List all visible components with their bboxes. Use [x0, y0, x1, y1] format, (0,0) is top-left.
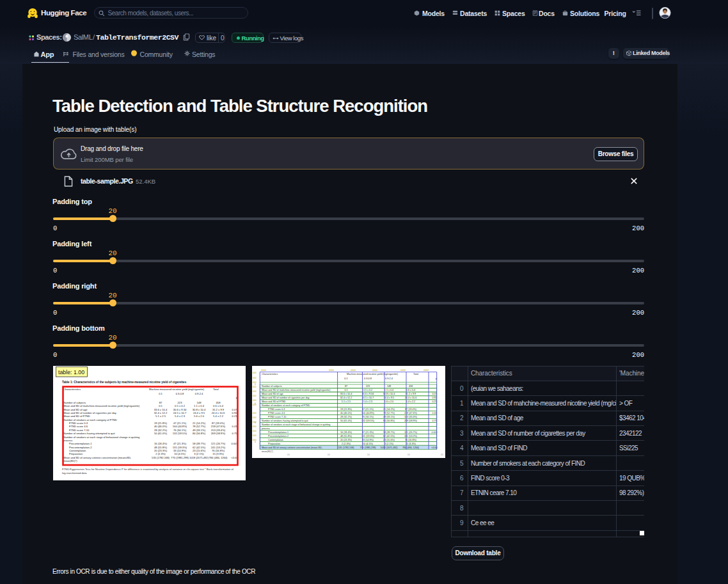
- svg-text:0.1: 0.1: [159, 392, 162, 395]
- svg-text:Precontemplation-2: Precontemplation-2: [268, 435, 289, 438]
- svg-text:5.6 ± 2.0: 5.6 ± 2.0: [194, 414, 205, 418]
- svg-text:table: 1.00: table: 1.00: [58, 369, 84, 375]
- svg-text:5.6 ± 2.0: 5.6 ± 2.0: [384, 400, 393, 403]
- svg-text:00: 00: [441, 454, 443, 456]
- svg-text:19 (21.8%): 19 (21.8%): [340, 408, 352, 411]
- svg-text:32.4 ± 12.2: 32.4 ± 12.2: [340, 397, 352, 399]
- svg-text:0000: 0000: [351, 369, 356, 372]
- svg-text:33.6 ± 10.4: 33.6 ± 10.4: [340, 393, 352, 395]
- svg-text:0.07: 0.07: [432, 393, 436, 395]
- svg-text:49 (33.1%): 49 (33.1%): [193, 429, 206, 432]
- svg-text:FTND score 0-3: FTND score 0-3: [268, 408, 285, 411]
- svg-text:00: 00: [287, 454, 290, 456]
- svg-text:0000: 0000: [423, 369, 429, 372]
- svg-text:87: 87: [345, 385, 347, 388]
- svg-text:87 (19.0%): 87 (19.0%): [405, 408, 416, 411]
- svg-text:Mean and SD of age: Mean and SD of age: [63, 408, 88, 411]
- svg-text:62 (42.5%): 62 (42.5%): [193, 446, 206, 449]
- svg-text:30.6 ± 9.34: 30.6 ± 9.34: [362, 393, 374, 395]
- svg-text:58 (39.7%): 58 (39.7%): [193, 442, 206, 445]
- svg-text:24.5 ± 10.7: 24.5 ± 10.7: [173, 411, 187, 414]
- svg-text:23 (15.6%): 23 (15.6%): [193, 449, 206, 452]
- svg-text:00: 00: [408, 454, 410, 456]
- svg-text:23 (15.6%): 23 (15.6%): [383, 439, 395, 441]
- svg-text:5.4 ± 2.3: 5.4 ± 2.3: [175, 414, 186, 418]
- svg-text:0.6 ± 0.4: 0.6 ± 0.4: [406, 389, 415, 391]
- svg-text:Total: Total: [213, 388, 219, 391]
- svg-text:0000: 0000: [372, 369, 377, 372]
- svg-text:Table 1: Characteristics of th: Table 1: Characteristics of the subjects…: [62, 381, 187, 384]
- svg-text:50 (61.0%): 50 (61.0%): [340, 420, 352, 422]
- svg-text:10 (4.5%): 10 (4.5%): [174, 452, 186, 455]
- svg-text:131 (59.3%): 131 (59.3%): [173, 446, 187, 449]
- svg-text:31.2 ± 9.9: 31.2 ± 9.9: [406, 393, 416, 395]
- svg-text:Precontemplation-2: Precontemplation-2: [69, 446, 92, 449]
- svg-text:00: 00: [367, 454, 370, 456]
- svg-text:0000: 0000: [261, 369, 266, 372]
- svg-text:33 (14.9%): 33 (14.9%): [173, 449, 187, 452]
- svg-text:76 (16.8%): 76 (16.8%): [212, 449, 225, 452]
- svg-text:Mean and SD of number of cigar: Mean and SD of number of cigarettes per …: [63, 411, 117, 414]
- svg-text:Characteristics: Characteristics: [63, 388, 81, 391]
- svg-text:33 (14.9%): 33 (14.9%): [362, 439, 374, 441]
- svg-text:50 (61.0%): 50 (61.0%): [154, 432, 168, 435]
- svg-text:0000: 0000: [329, 369, 334, 372]
- svg-text:47 (21.1%): 47 (21.1%): [362, 408, 374, 411]
- svg-text:5.1 ± 2.5: 5.1 ± 2.5: [155, 414, 166, 418]
- svg-text:Mean and SD of urinary cotinin: Mean and SD of urinary cotinine concentr…: [262, 446, 322, 449]
- svg-text:000: 000: [253, 399, 257, 402]
- svg-text:5.4 ± 2.3: 5.4 ± 2.3: [363, 400, 372, 403]
- svg-text:0.92: 0.92: [232, 411, 238, 414]
- svg-text:33.6 ± 10.4: 33.6 ± 10.4: [154, 408, 168, 411]
- svg-text:24.4 ± 10.6: 24.4 ± 10.6: [212, 411, 225, 414]
- svg-text:2 (2.3%): 2 (2.3%): [342, 443, 351, 445]
- svg-text:Mean and SD of FTND: Mean and SD of FTND: [63, 414, 90, 418]
- svg-text:1018 (2071,492): 1018 (2071,492): [189, 456, 209, 459]
- svg-text:000: 000: [253, 412, 257, 414]
- svg-text:87: 87: [159, 401, 162, 404]
- svg-text:30.8 ± 10.4: 30.8 ± 10.4: [383, 393, 395, 395]
- svg-text:132 (59.5%): 132 (59.5%): [173, 432, 187, 435]
- svg-text:100 (44.8%): 100 (44.8%): [361, 412, 374, 414]
- svg-text:153 (33.4%): 153 (33.4%): [211, 429, 226, 432]
- svg-text:0: 0: [255, 383, 256, 386]
- svg-text:Precontemplation-1: Precontemplation-1: [268, 431, 289, 434]
- svg-text:49 (33.1%): 49 (33.1%): [383, 416, 395, 418]
- svg-text:100 (44.8%): 100 (44.8%): [173, 425, 187, 428]
- svg-text:0.75: 0.75: [232, 432, 238, 435]
- svg-text:0.21: 0.21: [232, 414, 238, 418]
- svg-text:121 (26.7%): 121 (26.7%): [211, 442, 226, 445]
- svg-text:Number of smokers at each stag: Number of smokers at each stage of behav…: [63, 436, 140, 439]
- svg-text:Number of smokers at each cate: Number of smokers at each category of FT…: [262, 404, 310, 407]
- svg-text:Mean and SD of number of cigar: Mean and SD of number of cigarettes per …: [262, 397, 310, 399]
- svg-text:0.001: 0.001: [431, 431, 437, 434]
- svg-text:535 (1782,168): 535 (1782,168): [152, 456, 170, 459]
- svg-text:21 (14.2%): 21 (14.2%): [383, 408, 395, 411]
- svg-text:FTND score 4-6: FTND score 4-6: [69, 425, 88, 428]
- svg-text:000: 000: [253, 390, 257, 393]
- svg-text:Preparation: Preparation: [69, 452, 83, 455]
- svg-text:Machine-measured nicotine yiel: Machine-measured nicotine yield (mg/ciga…: [347, 373, 399, 375]
- svg-text:0.1: 0.1: [344, 389, 347, 391]
- svg-text:770 (1981,299): 770 (1981,299): [171, 456, 189, 459]
- svg-text:FTND:Fggereerien Tess for Nico: FTND:Fggereerien Tess for Nicotine Depen…: [62, 468, 234, 471]
- svg-text:0.21: 0.21: [432, 400, 436, 403]
- svg-text:19 (21.8%): 19 (21.8%): [154, 422, 168, 425]
- svg-text:Number of subjects: Number of subjects: [262, 385, 282, 388]
- svg-text:0.92: 0.92: [432, 397, 436, 399]
- svg-text:10 (4.5%): 10 (4.5%): [363, 443, 373, 445]
- svg-text:16 (18.4%): 16 (18.4%): [340, 431, 352, 434]
- svg-text:1.1 ± 0.4: 1.1 ± 0.4: [194, 404, 205, 407]
- svg-text:132 (59.5%): 132 (59.5%): [361, 420, 374, 422]
- svg-text:Contemplation: Contemplation: [268, 439, 283, 441]
- svg-text:2 (2.3%): 2 (2.3%): [155, 452, 166, 455]
- svg-text:Preparation: Preparation: [268, 443, 280, 445]
- svg-text:31.2 ± 9.9: 31.2 ± 9.9: [212, 408, 225, 411]
- svg-text:FTND score 0-3: FTND score 0-3: [69, 422, 88, 425]
- svg-text:24.4 ± 10.6: 24.4 ± 10.6: [405, 397, 416, 399]
- svg-text:Number of smokers at each cate: Number of smokers at each category of FT…: [63, 418, 117, 422]
- svg-text:Number of smokers having attem: Number of smokers having attempted to qu…: [262, 420, 308, 422]
- svg-text:Mean and SD of FTND: Mean and SD of FTND: [262, 400, 286, 403]
- svg-text:20 (23.3%): 20 (23.3%): [340, 439, 352, 441]
- svg-text:0.1: 0.1: [344, 377, 347, 380]
